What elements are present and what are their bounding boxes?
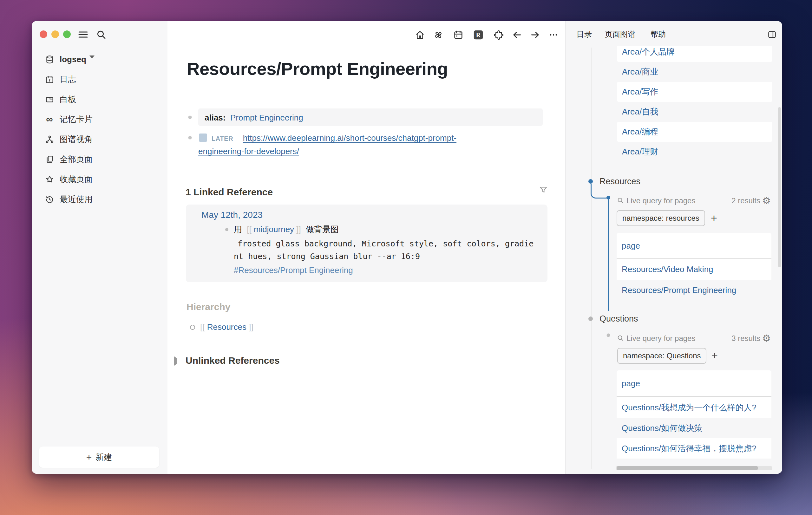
query-filter-chip[interactable]: namespace: Questions (617, 348, 706, 364)
plus-icon: + (86, 453, 92, 462)
prompt-text-line1: frosted glass background, Microsoft styl… (238, 239, 533, 248)
new-page-button[interactable]: + 新建 (39, 447, 159, 468)
alias-value-link[interactable]: Prompt Engineering (230, 113, 303, 122)
more-icon[interactable] (548, 30, 559, 40)
journal-date-link[interactable]: May 12th, 2023 (201, 210, 263, 220)
minimize-button[interactable] (51, 30, 59, 38)
search-icon[interactable] (96, 30, 106, 40)
nav-forward-icon[interactable] (530, 30, 541, 40)
journals-icon (45, 75, 54, 84)
page-tag-link[interactable]: #Resources/Prompt Engineering (234, 266, 353, 275)
block-bullet[interactable] (188, 136, 192, 140)
table-column-header[interactable]: page (622, 378, 640, 389)
sidebar-scroll-area: Area/个人品牌 Area/商业 Area/写作 Area/自我 Area/编… (566, 46, 782, 474)
home-icon[interactable] (414, 30, 425, 40)
query-results-count: 2 results (731, 196, 760, 205)
vertical-scrollbar-thumb[interactable] (778, 107, 781, 267)
sidebar-item-graph-view[interactable]: 图谱视角 (32, 130, 168, 148)
sidebar-item-label: 记忆卡片 (60, 114, 93, 125)
block-bullet[interactable] (607, 334, 610, 337)
tab-help[interactable]: 帮助 (650, 29, 666, 39)
page-ref-link[interactable]: midjourney (254, 224, 294, 234)
nav-back-icon[interactable] (512, 30, 522, 40)
sidebar-item-whiteboards[interactable]: 白板 (32, 90, 168, 108)
add-filter-button[interactable]: + (712, 350, 718, 361)
tab-contents[interactable]: 目录 (577, 29, 592, 39)
ref-text-post: 做背景图 (306, 224, 339, 234)
list-item[interactable]: Area/写作 (617, 82, 772, 102)
search-icon (617, 197, 624, 204)
add-filter-button[interactable]: + (711, 212, 717, 223)
task-url-line2[interactable]: engineering-for-developers/ (198, 147, 299, 156)
gear-icon[interactable]: ⚙ (762, 196, 771, 206)
right-sidebar: 目录 页面图谱 帮助 Area/个人品牌 Area/商业 Area/写作 Are… (565, 21, 782, 474)
menu-icon[interactable] (78, 31, 88, 38)
whiteboards-icon (45, 95, 54, 104)
all-pages-icon (45, 155, 54, 163)
flashcards-icon: ∞ (45, 115, 54, 124)
query-filter-chip[interactable]: namespace: resources (617, 210, 705, 226)
block-bullet[interactable] (588, 316, 593, 321)
list-item[interactable]: Area/理财 (617, 142, 772, 162)
sidebar-item-all-pages[interactable]: 全部页面 (32, 150, 168, 168)
table-row[interactable]: Questions/如何做决策 (617, 418, 772, 438)
pinwheel-icon[interactable] (433, 30, 444, 40)
ref-text-pre: 用 (234, 224, 242, 234)
block-bullet[interactable] (225, 228, 228, 231)
sidebar-item-favorites[interactable]: 收藏页面 (32, 170, 168, 188)
sidebar-item-label: 全部页面 (60, 154, 93, 165)
database-icon (45, 55, 54, 64)
table-row[interactable]: Resources/Prompt Engineering (617, 280, 772, 301)
plugins-icon[interactable] (493, 30, 504, 40)
main-content: R Resources/Prompt Engineering alias: Pr… (168, 21, 565, 474)
sidebar-item-label: 白板 (60, 94, 76, 105)
horizontal-scrollbar[interactable] (616, 466, 772, 470)
block-bullet[interactable] (588, 179, 593, 184)
query-label: Live query for pages (627, 196, 695, 205)
block-bullet[interactable] (606, 196, 610, 200)
table-row[interactable]: Questions/如何活得幸福，摆脱焦虑? (617, 438, 772, 459)
close-button[interactable] (40, 30, 47, 38)
tree-connector-line (608, 198, 609, 311)
list-item[interactable]: Area/个人品牌 (617, 46, 772, 62)
table-column-header[interactable]: page (622, 241, 640, 251)
query-label: Live query for pages (627, 334, 695, 343)
block-bullet[interactable] (188, 116, 192, 119)
sidebar-item-label: 日志 (60, 74, 76, 85)
list-item[interactable]: Area/商业 (617, 62, 772, 82)
task-marker[interactable]: LATER (211, 135, 233, 142)
calendar-icon[interactable] (453, 30, 464, 40)
hierarchy-bullet[interactable] (190, 325, 195, 330)
graph-view-icon (45, 135, 54, 144)
graph-selector[interactable]: logseq (32, 51, 168, 68)
hierarchy-parent-link[interactable]: Resources (207, 322, 246, 332)
sidebar-item-flashcards[interactable]: ∞ 记忆卡片 (32, 110, 168, 128)
list-item[interactable]: Area/自我 (617, 102, 772, 122)
star-icon (45, 175, 54, 184)
horizontal-scrollbar-thumb[interactable] (617, 466, 758, 470)
task-checkbox[interactable] (199, 133, 207, 142)
readwise-plugin-icon[interactable]: R (473, 30, 484, 40)
task-url-line1[interactable]: https://www.deeplearning.ai/short-course… (243, 133, 457, 143)
gear-icon[interactable]: ⚙ (762, 334, 771, 343)
sidebar-item-recent[interactable]: 最近使用 (32, 190, 168, 208)
unlinked-references-header[interactable]: Unlinked References (185, 355, 280, 366)
table-row[interactable]: Questions/我想成为一个什么样的人? (617, 397, 772, 418)
sidebar-item-journals[interactable]: 日志 (32, 70, 168, 88)
table-row[interactable]: Resources/Video Making (617, 259, 772, 280)
query-table-header-row: page (617, 370, 772, 396)
linked-references-header[interactable]: 1 Linked Reference (185, 187, 273, 198)
toggle-right-sidebar-icon[interactable] (767, 30, 777, 39)
search-icon (617, 335, 624, 341)
tab-page-graph[interactable]: 页面图谱 (605, 29, 635, 39)
query-table-header-row: page (617, 233, 772, 259)
maximize-button[interactable] (63, 30, 71, 38)
list-item[interactable]: Area/编程 (617, 122, 772, 142)
filter-icon[interactable] (538, 185, 549, 195)
section-title[interactable]: Questions (600, 314, 638, 324)
sidebar-item-label: 最近使用 (60, 194, 93, 205)
collapse-arrow-icon[interactable] (174, 358, 177, 364)
sidebar-item-label: 收藏页面 (60, 174, 93, 185)
chevron-down-icon (89, 58, 94, 64)
page-title: Resources/Prompt Engineering (187, 58, 448, 79)
